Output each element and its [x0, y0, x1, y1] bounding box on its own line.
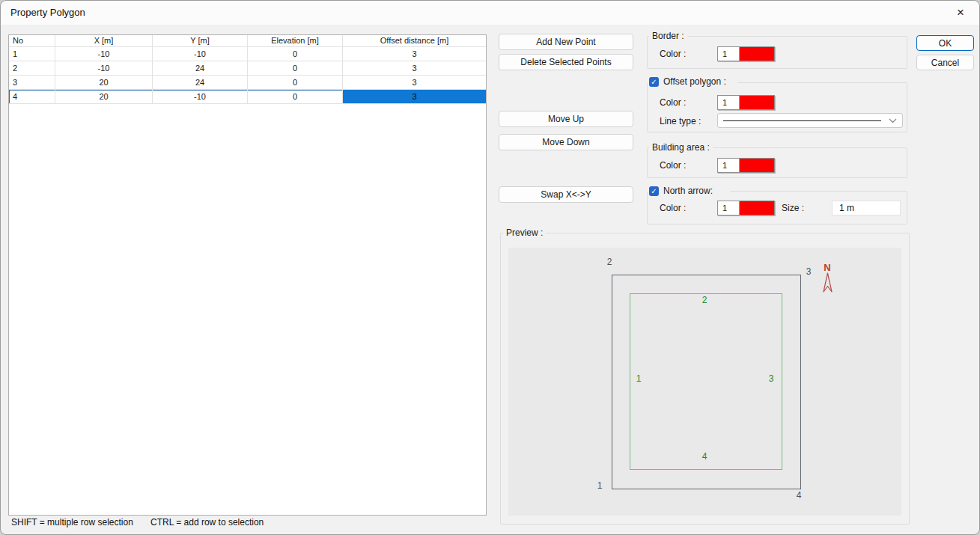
preview-canvas: 2 3 1 4 2 1 3 4 N — [508, 248, 901, 516]
offset-polygon-checkbox[interactable]: ✓ — [649, 77, 659, 87]
cell-y[interactable]: 24 — [153, 61, 248, 76]
cell-no[interactable]: 2 — [9, 61, 55, 76]
inner-vertex-label-4: 4 — [702, 451, 707, 462]
north-size-input[interactable]: 1 m — [832, 201, 901, 215]
north-size-label: Size : — [782, 203, 804, 213]
cell-offset[interactable]: 3 — [343, 47, 486, 61]
column-header-no: No — [9, 35, 55, 47]
ctrl-hint: CTRL = add row to selection — [150, 517, 264, 528]
offset-polygon-label: Offset polygon : — [660, 76, 729, 87]
solid-line-sample — [723, 120, 881, 121]
table-row[interactable]: 2 -10 24 0 3 — [9, 61, 486, 76]
inner-vertex-label-3: 3 — [769, 373, 774, 384]
swap-xy-button[interactable]: Swap X<->Y — [499, 186, 633, 203]
cell-offset[interactable]: 3 — [343, 61, 486, 76]
outer-vertex-label-4: 4 — [797, 490, 802, 501]
cell-elevation[interactable]: 0 — [248, 90, 343, 104]
points-table[interactable]: No X [m] Y [m] Elevation [m] Offset dist… — [8, 34, 487, 516]
cell-y[interactable]: -10 — [153, 90, 248, 104]
cell-elevation[interactable]: 0 — [248, 47, 343, 61]
north-arrow-label: North arrow: — [660, 186, 716, 196]
cell-y[interactable]: 24 — [153, 76, 248, 90]
building-area-label: Building area : — [649, 142, 713, 153]
cell-y[interactable]: -10 — [153, 47, 248, 61]
table-header-row: No X [m] Y [m] Elevation [m] Offset dist… — [9, 35, 486, 47]
title-bar: Property Polygon × — [1, 1, 979, 25]
cell-x[interactable]: -10 — [55, 47, 153, 61]
border-color-swatch — [740, 47, 774, 61]
cell-no[interactable]: 3 — [9, 76, 55, 90]
north-arrow-checkbox[interactable]: ✓ — [649, 186, 659, 196]
building-color-swatch — [740, 159, 774, 172]
north-color-swatch — [740, 201, 774, 215]
north-color-picker[interactable]: 1 — [717, 201, 775, 215]
check-icon: ✓ — [651, 77, 657, 87]
inner-vertex-label-2: 2 — [702, 295, 707, 305]
delete-selected-points-button[interactable]: Delete Selected Points — [499, 54, 633, 70]
property-polygon-dialog: Property Polygon × No X [m] Y [m] Elevat… — [0, 0, 980, 535]
north-color-number: 1 — [718, 201, 740, 215]
cell-x[interactable]: 20 — [55, 76, 153, 90]
offset-polygon-outline — [630, 294, 782, 470]
cell-offset-selected[interactable]: 3 — [343, 90, 486, 104]
border-color-number: 1 — [718, 47, 740, 61]
column-header-offset: Offset distance [m] — [343, 35, 486, 47]
cell-no[interactable]: 1 — [9, 47, 55, 61]
preview-label: Preview : — [503, 227, 546, 238]
column-header-elevation: Elevation [m] — [248, 35, 343, 47]
add-new-point-button[interactable]: Add New Point — [499, 34, 633, 50]
offset-color-number: 1 — [718, 96, 740, 109]
close-icon[interactable]: × — [949, 4, 972, 22]
border-group-label: Border : — [649, 31, 687, 41]
line-type-label: Line type : — [660, 116, 701, 126]
move-up-button[interactable]: Move Up — [499, 111, 633, 127]
polygon-drawing — [508, 248, 901, 516]
table-row[interactable]: 1 -10 -10 0 3 — [9, 47, 486, 61]
outer-vertex-label-1: 1 — [597, 480, 603, 491]
building-color-picker[interactable]: 1 — [717, 158, 775, 173]
table-row-selected[interactable]: 4 20 -10 0 3 — [9, 90, 486, 104]
table-row[interactable]: 3 20 24 0 3 — [9, 76, 486, 90]
dialog-title: Property Polygon — [10, 7, 85, 18]
cell-x[interactable]: -10 — [55, 61, 153, 76]
north-letter: N — [824, 262, 830, 273]
move-down-button[interactable]: Move Down — [499, 134, 633, 150]
north-color-label: Color : — [660, 203, 686, 213]
building-color-label: Color : — [660, 160, 686, 171]
check-icon: ✓ — [651, 186, 657, 196]
cell-offset[interactable]: 3 — [343, 76, 486, 90]
offset-color-picker[interactable]: 1 — [717, 95, 775, 110]
border-color-picker[interactable]: 1 — [717, 46, 775, 61]
offset-color-swatch — [740, 96, 774, 109]
line-type-dropdown[interactable] — [717, 113, 903, 128]
inner-vertex-label-1: 1 — [636, 373, 642, 384]
chevron-down-icon — [889, 118, 897, 123]
cell-x[interactable]: 20 — [55, 90, 153, 104]
outer-vertex-label-3: 3 — [806, 266, 812, 277]
shift-hint: SHIFT = multiple row selection — [11, 517, 133, 528]
border-color-label: Color : — [660, 49, 686, 59]
ok-button[interactable]: OK — [916, 35, 974, 51]
cell-no[interactable]: 4 — [9, 90, 55, 104]
cell-elevation[interactable]: 0 — [248, 76, 343, 90]
cell-elevation[interactable]: 0 — [248, 61, 343, 76]
column-header-x: X [m] — [55, 35, 153, 47]
offset-color-label: Color : — [660, 97, 686, 108]
column-header-y: Y [m] — [153, 35, 248, 47]
building-color-number: 1 — [718, 159, 740, 172]
north-arrow-icon — [822, 272, 833, 293]
outer-vertex-label-2: 2 — [607, 257, 612, 267]
cancel-button[interactable]: Cancel — [916, 55, 974, 70]
